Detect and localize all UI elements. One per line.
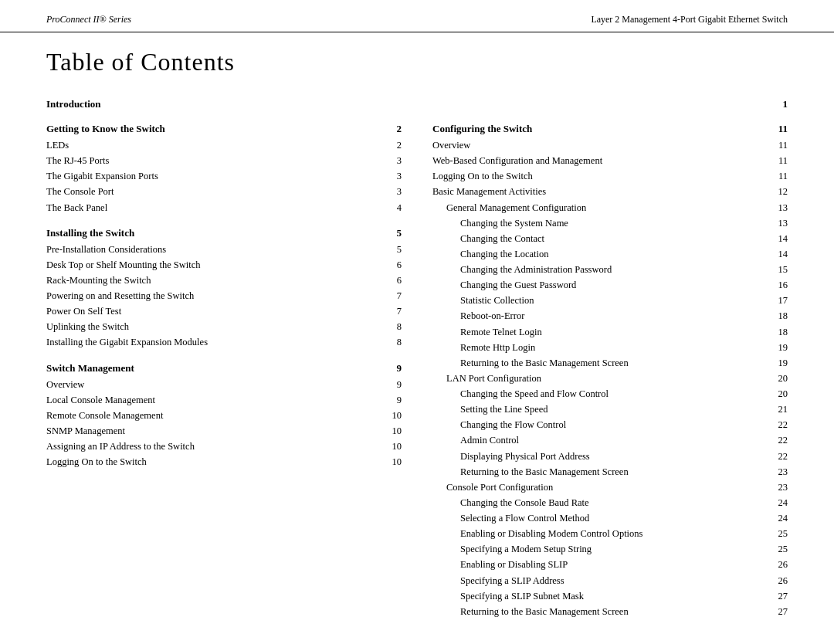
toc-entry: SNMP Management10 <box>46 424 402 438</box>
entry-page: 14 <box>769 232 788 246</box>
entry-page: 4 <box>383 201 402 215</box>
section-page: 2 <box>397 123 402 135</box>
toc-entry: Remote Http Login19 <box>432 341 788 354</box>
entry-page: 26 <box>769 574 788 588</box>
toc-section: Installing the Switch5Pre-Installation C… <box>46 227 402 350</box>
entry-page: 11 <box>769 169 788 183</box>
entry-title: Powering on and Resetting the Switch <box>46 289 383 303</box>
toc-entry: Reboot-on-Error18 <box>432 309 788 323</box>
header-series: ProConnect II® Series <box>46 14 131 25</box>
entry-page: 24 <box>769 496 788 510</box>
toc-entry: Enabling or Disabling SLIP26 <box>432 558 788 571</box>
entry-title: Changing the Location <box>460 247 769 261</box>
entry-title: The Gigabit Expansion Ports <box>46 169 383 183</box>
entry-page: 11 <box>769 138 788 152</box>
entry-title: Returning to the Basic Management Screen <box>460 465 769 479</box>
toc-entry: Displaying Physical Port Address22 <box>432 449 788 463</box>
toc-entry: Desk Top or Shelf Mounting the Switch6 <box>46 258 402 272</box>
entry-page: 22 <box>769 433 788 447</box>
toc-entry: Remote Telnet Login18 <box>432 325 788 339</box>
section-page: 9 <box>397 362 402 375</box>
entry-page: 5 <box>383 242 402 256</box>
toc-columns: Getting to Know the Switch2LEDs2The RJ-4… <box>46 123 788 631</box>
toc-section-heading: Getting to Know the Switch2 <box>46 123 402 135</box>
entry-title: Returning to the Basic Management Screen <box>460 356 769 370</box>
entry-title: Returning to the Basic Management Screen <box>460 605 769 619</box>
entry-page: 24 <box>769 511 788 525</box>
entry-title: Local Console Management <box>46 393 383 407</box>
entry-page: 9 <box>383 378 402 391</box>
entry-page: 13 <box>769 216 788 230</box>
toc-entry: Enabling or Disabling Modem Control Opti… <box>432 527 788 541</box>
entry-title: Changing the Contact <box>460 232 769 246</box>
intro-page: 1 <box>783 98 788 110</box>
toc-entry: Console Port Configuration23 <box>432 480 788 494</box>
toc-entry: Changing the Guest Password16 <box>432 278 788 292</box>
toc-entry: Overview9 <box>46 378 402 391</box>
toc-entry: General Management Configuration13 <box>432 201 788 215</box>
toc-entry: Specifying a SLIP Address26 <box>432 574 788 588</box>
toc-entry: Overview11 <box>432 138 788 152</box>
toc-entry: The RJ-45 Ports3 <box>46 154 402 168</box>
toc-section: Switch Management9Overview9Local Console… <box>46 362 402 469</box>
entry-page: 10 <box>383 424 402 438</box>
entry-title: The RJ-45 Ports <box>46 154 383 168</box>
toc-title: Table of Contents <box>46 48 788 76</box>
toc-entry: Specifying a Modem Setup String25 <box>432 542 788 556</box>
entry-title: Specifying a SLIP Subnet Mask <box>460 589 769 603</box>
toc-entry: LAN Port Configuration20 <box>432 371 788 385</box>
toc-entry: LEDs2 <box>46 138 402 152</box>
toc-section-heading: Switch Management9 <box>46 362 402 375</box>
entry-title: Logging On to the Switch <box>46 455 383 469</box>
entry-page: 6 <box>383 258 402 272</box>
toc-entry: Changing the Flow Control22 <box>432 418 788 432</box>
entry-page: 23 <box>769 465 788 479</box>
entry-page: 10 <box>383 408 402 422</box>
toc-entry: Web-Based Configuration and Management11 <box>432 154 788 168</box>
entry-title: Console Port Configuration <box>446 480 769 494</box>
entry-title: The Console Port <box>46 185 383 198</box>
entry-page: 18 <box>769 309 788 323</box>
entry-page: 3 <box>383 185 402 198</box>
entry-page: 13 <box>769 201 788 215</box>
entry-page: 19 <box>769 356 788 370</box>
entry-page: 10 <box>383 439 402 453</box>
toc-entry: Changing the System Name13 <box>432 216 788 230</box>
toc-entry: The Back Panel4 <box>46 201 402 215</box>
entry-title: Selecting a Flow Control Method <box>460 511 769 525</box>
entry-title: Enabling or Disabling Modem Control Opti… <box>460 527 769 541</box>
section-title: Installing the Switch <box>46 227 134 239</box>
toc-entry: Specifying a SLIP Subnet Mask27 <box>432 589 788 603</box>
intro-label: Introduction <box>46 98 101 110</box>
page-content: Table of Contents Introduction 1 Getting… <box>0 40 834 644</box>
page-header: ProConnect II® Series Layer 2 Management… <box>0 0 834 32</box>
entry-title: Specifying a SLIP Address <box>460 574 769 588</box>
entry-title: Remote Http Login <box>460 341 769 354</box>
entry-title: Power On Self Test <box>46 304 383 318</box>
toc-section: Getting to Know the Switch2LEDs2The RJ-4… <box>46 123 402 215</box>
entry-title: Uplinking the Switch <box>46 320 383 334</box>
toc-entry: Assigning an IP Address to the Switch10 <box>46 439 402 453</box>
entry-page: 22 <box>769 449 788 463</box>
toc-entry: Setting the Line Speed21 <box>432 402 788 416</box>
section-title: Configuring the Switch <box>432 123 532 135</box>
entry-title: Changing the System Name <box>460 216 769 230</box>
entry-title: Web-Based Configuration and Management <box>432 154 769 168</box>
entry-page: 6 <box>383 273 402 287</box>
entry-title: Assigning an IP Address to the Switch <box>46 439 383 453</box>
toc-entry: Powering on and Resetting the Switch7 <box>46 289 402 303</box>
toc-entry: Logging On to the Switch10 <box>46 455 402 469</box>
toc-entry: Basic Management Activities12 <box>432 185 788 198</box>
entry-title: Desk Top or Shelf Mounting the Switch <box>46 258 383 272</box>
entry-page: 27 <box>769 605 788 619</box>
toc-entry: Returning to the Basic Management Screen… <box>432 465 788 479</box>
toc-entry: Remote Console Management10 <box>46 408 402 422</box>
entry-page: 12 <box>769 185 788 198</box>
entry-page: 8 <box>383 320 402 334</box>
toc-section: Configuring the Switch11Overview11Web-Ba… <box>432 123 788 619</box>
toc-entry: The Console Port3 <box>46 185 402 198</box>
entry-page: 26 <box>769 558 788 571</box>
toc-section-heading: Configuring the Switch11 <box>432 123 788 135</box>
entry-title: General Management Configuration <box>446 201 769 215</box>
entry-page: 15 <box>769 263 788 276</box>
